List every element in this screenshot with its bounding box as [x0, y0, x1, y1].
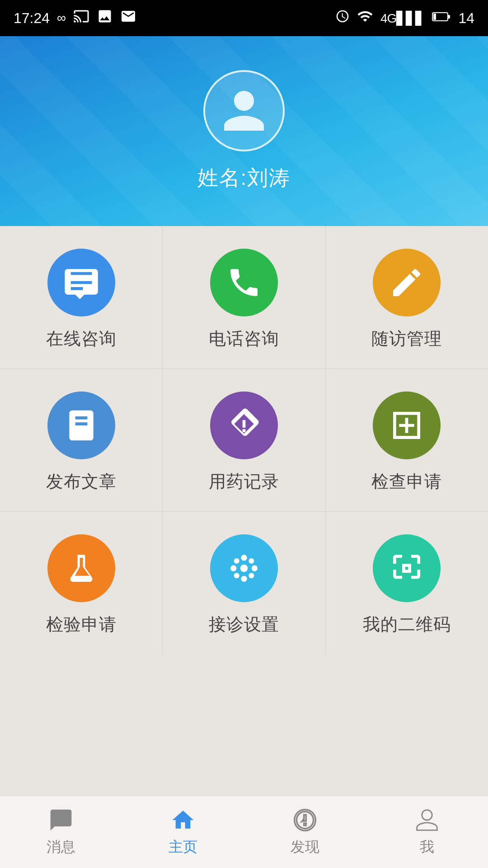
bottom-nav: 消息 主页 发现 我	[0, 796, 488, 868]
status-left: 17:24 ∞	[14, 8, 136, 28]
signal-icon: 4G▋▋▋	[380, 11, 425, 26]
svg-point-9	[249, 558, 254, 564]
grid-row-2: 发布文章 用药记录 检查申请	[0, 369, 488, 512]
svg-point-5	[241, 576, 247, 582]
time-display: 17:24	[14, 10, 50, 27]
medication-record-cell[interactable]: 用药记录	[163, 369, 325, 511]
svg-point-6	[230, 565, 236, 571]
reception-setting-label: 接诊设置	[209, 613, 279, 636]
my-qrcode-label: 我的二维码	[363, 613, 451, 636]
mail-icon	[120, 8, 136, 28]
exam-apply-icon	[373, 392, 441, 459]
my-qrcode-icon	[373, 534, 441, 602]
svg-rect-1	[448, 15, 450, 19]
svg-point-7	[252, 565, 258, 571]
followup-mgmt-icon	[373, 249, 441, 316]
nav-home[interactable]: 主页	[122, 800, 244, 864]
publish-article-icon	[47, 392, 115, 459]
nav-discover[interactable]: 发现	[244, 800, 366, 864]
lab-apply-icon	[47, 534, 115, 602]
nav-me[interactable]: 我	[366, 800, 488, 864]
reception-setting-cell[interactable]: 接诊设置	[163, 512, 325, 654]
online-consult-label: 在线咨询	[46, 327, 117, 350]
user-name: 姓名:刘涛	[197, 164, 291, 192]
nav-messages-label: 消息	[47, 837, 75, 857]
wifi-icon	[357, 8, 373, 28]
svg-point-10	[234, 573, 239, 578]
medication-record-icon	[210, 392, 278, 459]
phone-consult-icon	[210, 249, 278, 316]
status-right: 4G▋▋▋ 14	[335, 8, 474, 28]
battery-level: 14	[458, 10, 474, 27]
nav-me-label: 我	[420, 837, 434, 857]
grid-row-3: 检验申请 接诊设置 我的二维码	[0, 512, 488, 654]
online-consult-cell[interactable]: 在线咨询	[0, 226, 163, 368]
infinity-icon: ∞	[57, 11, 66, 25]
nav-discover-label: 发现	[291, 837, 319, 857]
nav-messages[interactable]: 消息	[0, 800, 122, 864]
lab-apply-cell[interactable]: 检验申请	[0, 512, 163, 654]
avatar	[203, 70, 285, 151]
battery-icon	[432, 10, 451, 27]
nav-home-label: 主页	[169, 837, 197, 857]
grid-row-1: 在线咨询 电话咨询 随访管理	[0, 226, 488, 369]
exam-apply-cell[interactable]: 检查申请	[326, 369, 488, 511]
reception-setting-icon	[210, 534, 278, 602]
clock-icon	[335, 9, 350, 27]
lab-apply-label: 检验申请	[46, 613, 117, 636]
status-bar: 17:24 ∞ 4G▋▋▋ 14	[0, 0, 488, 36]
publish-article-cell[interactable]: 发布文章	[0, 369, 163, 511]
my-qrcode-cell[interactable]: 我的二维码	[326, 512, 488, 654]
phone-consult-cell[interactable]: 电话咨询	[163, 226, 325, 368]
online-consult-icon	[47, 249, 115, 316]
svg-point-4	[241, 555, 247, 561]
svg-point-3	[240, 565, 248, 572]
followup-mgmt-label: 随访管理	[371, 327, 442, 350]
image-icon	[97, 8, 113, 28]
followup-mgmt-cell[interactable]: 随访管理	[326, 226, 488, 368]
publish-article-label: 发布文章	[46, 470, 117, 493]
medication-record-label: 用药记录	[209, 470, 279, 493]
profile-header: 姓名:刘涛	[0, 36, 488, 226]
exam-apply-label: 检查申请	[371, 470, 442, 493]
svg-rect-2	[433, 14, 436, 20]
cast-icon	[73, 8, 89, 28]
svg-point-11	[249, 573, 254, 578]
grid-container: 在线咨询 电话咨询 随访管理 发布文章 用药记录	[0, 226, 488, 654]
svg-point-8	[234, 558, 239, 564]
phone-consult-label: 电话咨询	[209, 327, 279, 350]
